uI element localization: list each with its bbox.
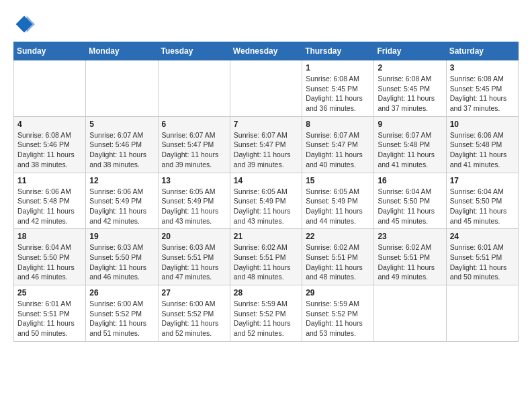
day-info: Sunrise: 6:05 AMSunset: 5:49 PMDaylight:… — [306, 187, 370, 226]
day-number: 23 — [378, 232, 442, 241]
day-info: Sunrise: 6:06 AMSunset: 5:48 PMDaylight:… — [17, 187, 82, 226]
day-number: 12 — [89, 176, 154, 185]
calendar-cell: 6Sunrise: 6:07 AMSunset: 5:47 PMDaylight… — [158, 116, 230, 173]
weekday-header-wednesday: Wednesday — [230, 42, 302, 60]
day-number: 22 — [306, 232, 370, 241]
weekday-header-row: SundayMondayTuesdayWednesdayThursdayFrid… — [14, 42, 519, 60]
calendar-cell: 1Sunrise: 6:08 AMSunset: 5:45 PMDaylight… — [302, 60, 374, 117]
calendar-cell: 28Sunrise: 5:59 AMSunset: 5:52 PMDayligh… — [230, 285, 302, 342]
weekday-header-saturday: Saturday — [446, 42, 518, 60]
day-number: 6 — [162, 120, 226, 129]
calendar-cell — [14, 60, 86, 117]
day-number: 9 — [378, 120, 442, 129]
calendar-cell: 7Sunrise: 6:07 AMSunset: 5:47 PMDaylight… — [230, 116, 302, 173]
calendar-cell: 14Sunrise: 6:05 AMSunset: 5:49 PMDayligh… — [230, 173, 302, 229]
calendar-week-row: 4Sunrise: 6:08 AMSunset: 5:46 PMDaylight… — [14, 116, 519, 173]
day-number: 24 — [450, 232, 515, 241]
calendar-cell: 29Sunrise: 5:59 AMSunset: 5:52 PMDayligh… — [302, 285, 374, 342]
calendar-cell: 24Sunrise: 6:01 AMSunset: 5:51 PMDayligh… — [446, 229, 518, 285]
calendar-cell: 16Sunrise: 6:04 AMSunset: 5:50 PMDayligh… — [374, 173, 446, 229]
day-number: 10 — [450, 120, 515, 129]
day-number: 16 — [378, 176, 442, 185]
calendar-cell: 9Sunrise: 6:07 AMSunset: 5:48 PMDaylight… — [374, 116, 446, 173]
calendar-cell: 18Sunrise: 6:04 AMSunset: 5:50 PMDayligh… — [14, 229, 86, 285]
calendar-week-row: 18Sunrise: 6:04 AMSunset: 5:50 PMDayligh… — [14, 229, 519, 285]
day-info: Sunrise: 6:04 AMSunset: 5:50 PMDaylight:… — [378, 187, 442, 226]
calendar-cell: 2Sunrise: 6:08 AMSunset: 5:45 PMDaylight… — [374, 60, 446, 117]
day-info: Sunrise: 6:08 AMSunset: 5:46 PMDaylight:… — [17, 130, 82, 170]
day-number: 26 — [89, 288, 154, 298]
calendar-cell: 10Sunrise: 6:06 AMSunset: 5:48 PMDayligh… — [446, 116, 518, 173]
day-number: 25 — [17, 288, 82, 298]
day-info: Sunrise: 5:59 AMSunset: 5:52 PMDaylight:… — [234, 299, 298, 338]
day-number: 18 — [17, 232, 82, 241]
calendar-table: SundayMondayTuesdayWednesdayThursdayFrid… — [13, 42, 519, 342]
calendar-cell — [374, 285, 446, 342]
day-info: Sunrise: 6:02 AMSunset: 5:51 PMDaylight:… — [378, 242, 442, 282]
day-info: Sunrise: 6:02 AMSunset: 5:51 PMDaylight:… — [306, 242, 370, 282]
day-number: 14 — [234, 176, 298, 185]
calendar-cell: 21Sunrise: 6:02 AMSunset: 5:51 PMDayligh… — [230, 229, 302, 285]
calendar-cell: 4Sunrise: 6:08 AMSunset: 5:46 PMDaylight… — [14, 116, 86, 173]
day-info: Sunrise: 6:05 AMSunset: 5:49 PMDaylight:… — [234, 187, 298, 226]
calendar-cell — [86, 60, 158, 117]
calendar-cell: 13Sunrise: 6:05 AMSunset: 5:49 PMDayligh… — [158, 173, 230, 229]
day-info: Sunrise: 6:07 AMSunset: 5:48 PMDaylight:… — [378, 130, 442, 170]
calendar-cell: 27Sunrise: 6:00 AMSunset: 5:52 PMDayligh… — [158, 285, 230, 342]
weekday-header-friday: Friday — [374, 42, 446, 60]
day-info: Sunrise: 6:05 AMSunset: 5:49 PMDaylight:… — [162, 187, 226, 226]
day-number: 4 — [17, 120, 82, 129]
day-number: 5 — [89, 120, 154, 129]
day-info: Sunrise: 6:01 AMSunset: 5:51 PMDaylight:… — [450, 242, 515, 282]
day-info: Sunrise: 6:03 AMSunset: 5:51 PMDaylight:… — [162, 242, 226, 282]
weekday-header-monday: Monday — [86, 42, 158, 60]
calendar-cell — [230, 60, 302, 117]
day-number: 7 — [234, 120, 298, 129]
day-number: 29 — [306, 288, 370, 298]
weekday-header-thursday: Thursday — [302, 42, 374, 60]
day-number: 15 — [306, 176, 370, 185]
day-number: 21 — [234, 232, 298, 241]
calendar-week-row: 11Sunrise: 6:06 AMSunset: 5:48 PMDayligh… — [14, 173, 519, 229]
calendar-cell: 3Sunrise: 6:08 AMSunset: 5:45 PMDaylight… — [446, 60, 518, 117]
calendar-cell: 12Sunrise: 6:06 AMSunset: 5:49 PMDayligh… — [86, 173, 158, 229]
calendar-cell: 22Sunrise: 6:02 AMSunset: 5:51 PMDayligh… — [302, 229, 374, 285]
day-info: Sunrise: 6:02 AMSunset: 5:51 PMDaylight:… — [234, 242, 298, 282]
weekday-header-sunday: Sunday — [14, 42, 86, 60]
calendar-cell: 15Sunrise: 6:05 AMSunset: 5:49 PMDayligh… — [302, 173, 374, 229]
day-info: Sunrise: 6:08 AMSunset: 5:45 PMDaylight:… — [306, 74, 370, 113]
day-info: Sunrise: 6:08 AMSunset: 5:45 PMDaylight:… — [450, 74, 515, 113]
day-number: 2 — [378, 63, 442, 73]
day-number: 27 — [162, 288, 226, 298]
day-info: Sunrise: 6:03 AMSunset: 5:50 PMDaylight:… — [89, 242, 154, 282]
calendar-cell: 5Sunrise: 6:07 AMSunset: 5:46 PMDaylight… — [86, 116, 158, 173]
day-number: 8 — [306, 120, 370, 129]
day-info: Sunrise: 6:07 AMSunset: 5:47 PMDaylight:… — [234, 130, 298, 170]
logo — [13, 13, 38, 35]
weekday-header-tuesday: Tuesday — [158, 42, 230, 60]
calendar-week-row: 25Sunrise: 6:01 AMSunset: 5:51 PMDayligh… — [14, 285, 519, 342]
calendar-cell: 20Sunrise: 6:03 AMSunset: 5:51 PMDayligh… — [158, 229, 230, 285]
day-number: 20 — [162, 232, 226, 241]
day-info: Sunrise: 6:07 AMSunset: 5:47 PMDaylight:… — [306, 130, 370, 170]
calendar-cell: 17Sunrise: 6:04 AMSunset: 5:50 PMDayligh… — [446, 173, 518, 229]
calendar-cell: 11Sunrise: 6:06 AMSunset: 5:48 PMDayligh… — [14, 173, 86, 229]
day-info: Sunrise: 5:59 AMSunset: 5:52 PMDaylight:… — [306, 299, 370, 338]
logo-icon — [13, 13, 35, 35]
calendar-cell — [158, 60, 230, 117]
day-info: Sunrise: 6:00 AMSunset: 5:52 PMDaylight:… — [162, 299, 226, 338]
calendar-cell: 8Sunrise: 6:07 AMSunset: 5:47 PMDaylight… — [302, 116, 374, 173]
day-info: Sunrise: 6:04 AMSunset: 5:50 PMDaylight:… — [17, 242, 82, 282]
day-info: Sunrise: 6:04 AMSunset: 5:50 PMDaylight:… — [450, 187, 515, 226]
day-number: 11 — [17, 176, 82, 185]
day-info: Sunrise: 6:06 AMSunset: 5:48 PMDaylight:… — [450, 130, 515, 170]
day-number: 3 — [450, 63, 515, 73]
calendar-cell: 23Sunrise: 6:02 AMSunset: 5:51 PMDayligh… — [374, 229, 446, 285]
day-number: 28 — [234, 288, 298, 298]
day-number: 17 — [450, 176, 515, 185]
calendar-cell: 26Sunrise: 6:00 AMSunset: 5:52 PMDayligh… — [86, 285, 158, 342]
calendar-cell: 19Sunrise: 6:03 AMSunset: 5:50 PMDayligh… — [86, 229, 158, 285]
calendar-cell: 25Sunrise: 6:01 AMSunset: 5:51 PMDayligh… — [14, 285, 86, 342]
day-info: Sunrise: 6:07 AMSunset: 5:46 PMDaylight:… — [89, 130, 154, 170]
day-info: Sunrise: 6:06 AMSunset: 5:49 PMDaylight:… — [89, 187, 154, 226]
